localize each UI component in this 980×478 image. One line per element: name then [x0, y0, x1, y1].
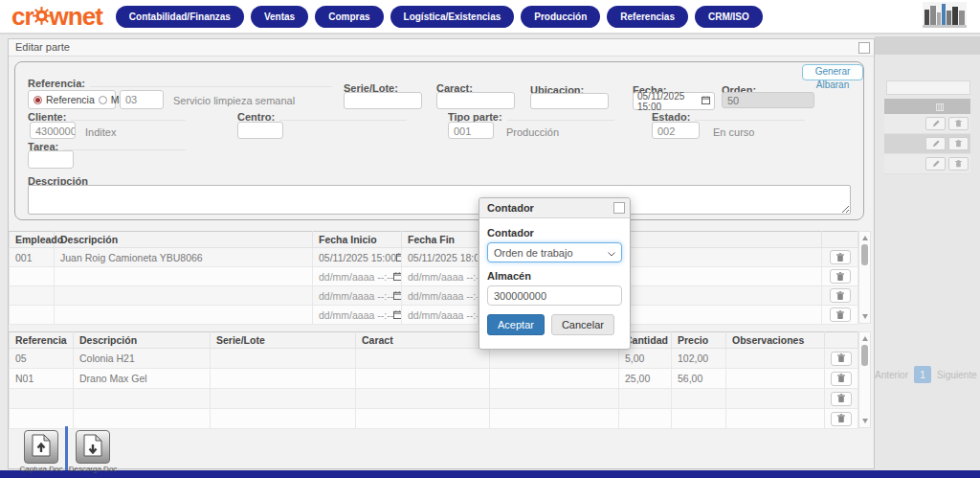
- nav-item-crm-iso[interactable]: CRM/ISO: [695, 6, 763, 28]
- col-precio: Precio: [672, 332, 726, 349]
- contador-select[interactable]: Orden de trabajo: [487, 242, 622, 262]
- col-caract: Caract: [356, 332, 490, 349]
- scroll-down-icon[interactable]: [862, 314, 868, 319]
- col-fecha-inicio: Fecha Inicio: [313, 232, 402, 248]
- dialog-control-box[interactable]: [858, 42, 870, 54]
- tipo-parte-input[interactable]: 001: [448, 122, 494, 139]
- nav-item-contabilidad[interactable]: Contabilidad/Finanzas: [116, 6, 244, 28]
- fecha-fin-placeholder[interactable]: dd/mm/aaaa --:--: [408, 309, 479, 321]
- nav-item-referencias[interactable]: Referencias: [607, 6, 688, 28]
- captura-doc-label: Captura Doc: [12, 465, 70, 473]
- referencias-header-row: Referencia Descripción Serie/Lote Caract…: [10, 332, 858, 349]
- ubicacion-input[interactable]: [530, 93, 609, 109]
- scroll-up-icon[interactable]: [862, 236, 868, 240]
- scroll-down-icon[interactable]: [862, 419, 868, 423]
- modal-control-box[interactable]: [613, 202, 625, 214]
- trash-icon[interactable]: [831, 372, 852, 386]
- trash-icon[interactable]: [830, 288, 851, 303]
- trash-icon[interactable]: [948, 137, 969, 150]
- referencias-scrollbar[interactable]: [858, 331, 871, 428]
- contador-modal-body: Contador Orden de trabajo Almacén Acepta…: [479, 218, 630, 341]
- scroll-thumb[interactable]: [861, 345, 868, 366]
- almacen-input[interactable]: [487, 285, 622, 306]
- referencias-table: Referencia Descripción Serie/Lote Caract…: [9, 331, 858, 429]
- calendar-icon[interactable]: [393, 271, 401, 283]
- background-table-row[interactable]: [884, 114, 970, 134]
- nav-item-ventas[interactable]: Ventas: [251, 6, 308, 28]
- referencia-label: Referencia:: [28, 78, 85, 89]
- trash-icon[interactable]: [831, 412, 852, 426]
- radio-referencia[interactable]: [33, 96, 42, 104]
- trash-icon[interactable]: [831, 352, 852, 366]
- caract-input[interactable]: [436, 92, 515, 109]
- nav-menu: Contabilidad/Finanzas Ventas Compras Log…: [116, 6, 763, 28]
- scroll-thumb[interactable]: [861, 244, 868, 265]
- centro-input[interactable]: [237, 122, 283, 139]
- fecha-fin-value[interactable]: 05/11/2025 18:00: [408, 252, 479, 263]
- logo-text-post: wnet: [50, 2, 102, 32]
- nav-item-logistica[interactable]: Logística/Existencias: [390, 6, 515, 28]
- empleados-scrollbar[interactable]: [858, 231, 871, 324]
- pagination-page-1[interactable]: 1: [914, 366, 931, 383]
- fecha-inicio-placeholder[interactable]: dd/mm/aaaa --:--: [319, 290, 393, 302]
- tarea-input[interactable]: [28, 150, 74, 169]
- pagination-next[interactable]: Siguiente: [937, 370, 977, 380]
- background-table-row-selected[interactable]: [884, 134, 970, 154]
- col-fecha-fin: Fecha Fin: [402, 232, 479, 248]
- aceptar-button[interactable]: Aceptar: [487, 314, 545, 335]
- calendar-icon[interactable]: [393, 309, 401, 321]
- trash-icon[interactable]: [948, 157, 969, 171]
- pencil-icon[interactable]: [925, 117, 946, 130]
- orden-input: 50: [722, 92, 814, 108]
- col-observaciones: Observaciones: [726, 332, 825, 349]
- empleado-row: dd/mm/aaaa --:-- dd/mm/aaaa --:--: [10, 286, 858, 306]
- calendar-icon[interactable]: [702, 96, 710, 106]
- pencil-icon[interactable]: [925, 157, 946, 171]
- estado-name-text: En curso: [713, 126, 754, 138]
- trash-icon[interactable]: [830, 250, 851, 264]
- background-table-row[interactable]: [884, 154, 970, 174]
- doc-download-icon: [83, 434, 102, 461]
- estado-input[interactable]: 002: [652, 122, 700, 139]
- generar-albaran-button[interactable]: Generar Albaran: [802, 64, 863, 80]
- serie-lote-input[interactable]: [344, 92, 422, 109]
- cancelar-button[interactable]: Cancelar: [551, 314, 614, 335]
- referencia-row: [10, 409, 858, 429]
- fecha-input[interactable]: 05/11/2025 15:00: [633, 92, 715, 110]
- descarga-doc-button[interactable]: [76, 430, 110, 464]
- radio-maquina[interactable]: [99, 96, 107, 104]
- background-search-input[interactable]: [886, 80, 970, 95]
- fecha-value: 05/11/2025 15:00: [637, 91, 702, 112]
- fecha-inicio-placeholder[interactable]: dd/mm/aaaa --:--: [319, 309, 393, 321]
- crownet-logo[interactable]: cr wnet: [11, 2, 102, 32]
- cliente-input[interactable]: 430000005: [30, 122, 76, 139]
- trash-icon[interactable]: [948, 117, 969, 130]
- referencia-label-row: Referencia:: [28, 78, 332, 89]
- col-descripcion: Descripción: [74, 332, 211, 349]
- scroll-up-icon[interactable]: [862, 336, 868, 341]
- pencil-icon[interactable]: [925, 137, 946, 150]
- calendar-icon[interactable]: [396, 252, 402, 263]
- calendar-icon[interactable]: [393, 290, 401, 302]
- fecha-fin-placeholder[interactable]: dd/mm/aaaa --:--: [408, 290, 479, 302]
- captura-doc-button[interactable]: [24, 430, 58, 464]
- gear-icon: [33, 2, 50, 32]
- contador-modal-header: Contador: [479, 198, 630, 218]
- nav-item-compras[interactable]: Compras: [315, 6, 383, 28]
- referencia-radio-group: Referencia Máquina: [28, 90, 116, 109]
- background-dimmed-content: Anterior 1 Siguiente: [875, 36, 980, 470]
- footer-bar: [0, 470, 980, 478]
- trash-icon[interactable]: [830, 307, 851, 322]
- fecha-fin-placeholder[interactable]: dd/mm/aaaa --:--: [408, 271, 479, 283]
- trash-icon[interactable]: [831, 392, 852, 406]
- app-screen: cr wnet Contabilidad/Finanzas Ventas Com…: [0, 0, 980, 478]
- fecha-inicio-value[interactable]: 05/11/2025 15:00: [319, 252, 396, 263]
- descripcion-textarea[interactable]: [28, 185, 851, 215]
- pagination-prev[interactable]: Anterior: [875, 370, 908, 380]
- nav-item-produccion[interactable]: Producción: [521, 6, 600, 28]
- referencia-input[interactable]: 03: [120, 90, 164, 109]
- trash-icon[interactable]: [830, 269, 851, 284]
- fecha-inicio-placeholder[interactable]: dd/mm/aaaa --:--: [319, 271, 393, 283]
- col-actions: [822, 232, 858, 248]
- referencia-row: [10, 389, 858, 409]
